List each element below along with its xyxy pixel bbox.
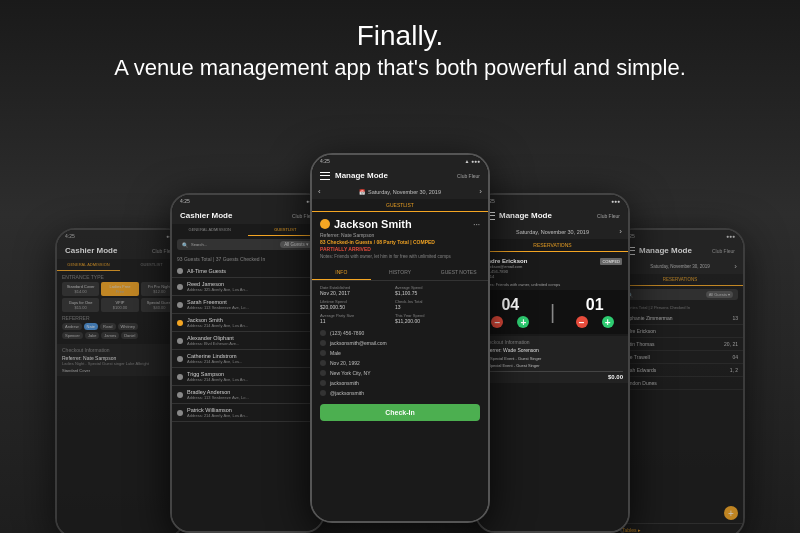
app-header-or: Manage Mode Club Fleur — [617, 242, 743, 259]
phone-outer-right: 4:25 ●●● Manage Mode Club Fleur ‹ Saturd… — [615, 228, 745, 533]
next-date-mr[interactable]: › — [619, 227, 622, 236]
status-bar-or: 4:25 ●●● — [617, 230, 743, 242]
guest-bradley[interactable]: Bradley Anderson Address: 113 Seabreeze … — [172, 386, 323, 404]
jackson-referrer: Referrer: Nate Sampson — [320, 232, 480, 238]
mode-title-mr: Manage Mode — [499, 211, 552, 220]
guest-sarah[interactable]: Sarah Freemont Address: 113 Seabreeze Av… — [172, 296, 323, 314]
plus-btn2-mr[interactable]: + — [602, 316, 614, 328]
checkout-title-mr: Checkout Information — [482, 339, 623, 345]
headline-line1: Finally. — [0, 18, 800, 54]
birthday-icon — [320, 360, 326, 366]
res-justin[interactable]: Justin Thomas 20, 21 — [617, 338, 743, 351]
screen-mid-right: 4:25 ●●● Manage Mode Club Fleur ‹ Saturd… — [477, 195, 628, 531]
res-jake-t[interactable]: Jake Trawell 04 — [617, 351, 743, 364]
mode-title-or: Manage Mode — [639, 246, 692, 255]
checkout-items-mr: Any Special Event - Guest Singer Art Spe… — [482, 355, 623, 369]
search-bar-or[interactable]: 🔍 All Guests ▾ — [622, 289, 738, 300]
res-andre[interactable]: Andre Erickson — [617, 325, 743, 338]
all-time-guests[interactable]: All-Time Guests — [172, 265, 323, 278]
ref-spencer[interactable]: Spencer — [62, 332, 83, 339]
guest-patrick[interactable]: Patrick Williamson Address: 214 Averly A… — [172, 404, 323, 422]
referrer-row-ol: Andrew Nate Road Whitney — [62, 323, 178, 330]
contact-email: jacksonsmith@email.com — [312, 338, 488, 348]
tabs-or: RESERVATIONS — [617, 274, 743, 286]
mode-title-c: Manage Mode — [335, 171, 388, 180]
plus-btn1-mr[interactable]: + — [517, 316, 529, 328]
info-checkins: Check-Ins Total 13 — [395, 299, 467, 310]
more-icon-c[interactable]: ··· — [473, 220, 480, 229]
fab-button-or[interactable]: + — [724, 506, 738, 520]
screen-mid-left: 4:25 ●●● Cashier Mode Club Fleur GENERAL… — [172, 195, 323, 531]
prev-date-c[interactable]: ‹ — [318, 187, 321, 196]
date-bar-c: ‹ 📅 Saturday, November 30, 2019 › — [312, 184, 488, 199]
type-ladies[interactable]: Ladies FreeFree — [101, 282, 138, 296]
ref-nate[interactable]: Nate — [84, 323, 98, 330]
checkout-box-mr: Checkout Information Referrer: Wade Sore… — [477, 336, 628, 383]
ref-james[interactable]: James — [101, 332, 119, 339]
phone-center: 4:25 ▲ ●●● Manage Mode Club Fleur ‹ 📅 — [310, 153, 490, 523]
checkout-cover-ol: Standard Cover — [62, 368, 178, 373]
res-stats-or: 5 Parties Total | 2 Persons Checked In — [617, 303, 743, 312]
tables-section-or: Tables ▸ — [617, 523, 743, 533]
info-date-est: Date Established Nov 20, 2017 — [320, 285, 392, 296]
ref-daniel[interactable]: Daniel — [121, 332, 138, 339]
guest-count-ml: 93 Guests Total | 37 Guests Checked In — [172, 253, 323, 265]
next-date-or[interactable]: › — [734, 262, 737, 271]
tab-guestlist-c[interactable]: GUESTLIST — [312, 199, 488, 212]
cal-icon-c: 📅 — [359, 189, 365, 195]
type-grid-ol: Standard Cover$14.00 Ladies FreeFree Fri… — [62, 282, 178, 312]
type-standard[interactable]: Standard Cover$14.00 — [62, 282, 99, 296]
search-bar-ml[interactable]: 🔍 Search... All Guests ▾ — [177, 239, 318, 250]
type-vfip[interactable]: VFIP$100.00 — [101, 298, 138, 312]
menu-icon-c[interactable] — [320, 172, 330, 180]
next-date-c[interactable]: › — [479, 187, 482, 196]
type-guys[interactable]: Guys for One$15.00 — [62, 298, 99, 312]
dot-sarah — [177, 302, 183, 308]
res-brandon[interactable]: Brandon Dunes — [617, 377, 743, 390]
app-header-ol: Cashier Mode Club Fleur — [57, 242, 183, 259]
contact-user: jacksonsmith — [312, 378, 488, 388]
screen-center: 4:25 ▲ ●●● Manage Mode Club Fleur ‹ 📅 — [312, 155, 488, 521]
mode-title-ol: Cashier Mode — [65, 246, 117, 255]
contact-bday: Nov 20, 1992 — [312, 358, 488, 368]
ref-road[interactable]: Road — [100, 323, 116, 330]
tab-notes-c[interactable]: GUEST NOTES — [429, 265, 488, 280]
filter-chip-or[interactable]: All Guests ▾ — [706, 291, 733, 298]
checkout-box-ol: Checkout Information Referrer: Nate Samp… — [57, 344, 183, 376]
guest-trigg[interactable]: Trigg Sampson Address: 214 Averly Ave, L… — [172, 368, 323, 386]
dot-reed — [177, 284, 183, 290]
tab-info-c[interactable]: INFO — [312, 265, 371, 280]
tab-res-mr[interactable]: RESERVATIONS — [477, 239, 628, 252]
counter-sep: | — [550, 296, 555, 328]
info-avg-party: Average Party Size 11 — [320, 313, 392, 324]
tab-res-or[interactable]: RESERVATIONS — [617, 274, 743, 286]
info-lifetime: Lifetime Spend $20,000.50 — [320, 299, 392, 310]
tab-history-c[interactable]: HISTORY — [371, 265, 430, 280]
guest-alexander[interactable]: Alexander Oliphant Address: Blvd Echeson… — [172, 332, 323, 350]
email-icon — [320, 340, 326, 346]
guest-reed[interactable]: Reed Jameson Address: 325 Averly Ave, Lo… — [172, 278, 323, 296]
minus-btn2-mr[interactable]: − — [576, 316, 588, 328]
contact-gender: Male — [312, 348, 488, 358]
phone-icon — [320, 330, 326, 336]
res-stephanie[interactable]: Stephanie Zimmerman 13 — [617, 312, 743, 325]
item1-mr: Any Special Event - Guest Singer — [482, 355, 623, 362]
ref-jake[interactable]: Jake — [85, 332, 99, 339]
search-icon-ml: 🔍 — [182, 242, 188, 248]
ref-whitney[interactable]: Whitney — [118, 323, 138, 330]
guest-jackson[interactable]: Jackson Smith Address: 214 Averly Ave, L… — [172, 314, 323, 332]
guest-catherine[interactable]: Catherine Lindstrom Address: 214 Averly … — [172, 350, 323, 368]
guest-list-ml: 93 Guests Total | 37 Guests Checked In A… — [172, 253, 323, 531]
comped-badge-mr: COMPED — [600, 258, 622, 265]
res-sarah-e[interactable]: Sarah Edwards 1, 2 — [617, 364, 743, 377]
status-bar-ol: 4:25 ●●● — [57, 230, 183, 242]
filter-chip-ml[interactable]: All Guests ▾ — [280, 241, 313, 248]
dot-jackson — [177, 320, 183, 326]
ref-andrew[interactable]: Andrew — [62, 323, 82, 330]
minus-btn1-mr[interactable]: − — [491, 316, 503, 328]
tab-ga-ol[interactable]: GENERAL ADMISSION — [57, 259, 120, 271]
checkin-button[interactable]: Check-In — [320, 404, 480, 421]
tab-ga-ml[interactable]: GENERAL ADMISSION — [172, 224, 248, 236]
detail-tabs-c: INFO HISTORY GUEST NOTES — [312, 265, 488, 281]
res-list-or: Stephanie Zimmerman 13 Andre Erickson Ju… — [617, 312, 743, 503]
